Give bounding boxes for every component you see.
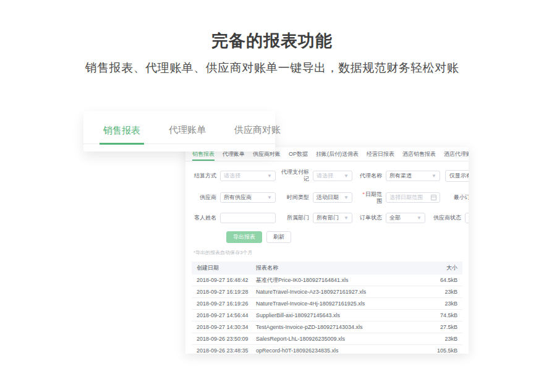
time-type-label: 时间类型 bbox=[281, 194, 309, 201]
cell-created-date: 2018-09-26 23:50:09 bbox=[192, 336, 251, 342]
cell-report-name: NatureTravel-Invoice-Az3-180927161927.xl… bbox=[251, 289, 427, 295]
filter-actions: 导出报表 刷新 bbox=[226, 231, 462, 243]
feature-tabs-card: 销售报表 代理账单 供应商对账 bbox=[83, 111, 275, 151]
chevron-down-icon: ▼ bbox=[431, 173, 436, 179]
cell-report-name: NatureTravel-Invoice-4Hj-180927161925.xl… bbox=[251, 300, 427, 307]
department-value: 所有部门 bbox=[317, 214, 339, 222]
cell-created-date: 2018-09-27 16:19:28 bbox=[192, 289, 251, 295]
table-row: 2018-09-27 14:56:44 SupplierBill-axi-180… bbox=[192, 310, 462, 322]
date-range-placeholder: 选择日期范围 bbox=[389, 194, 423, 202]
only-agents-with-orders-toggle[interactable]: 仅显示有单代理 bbox=[445, 170, 469, 182]
page-title: 完备的报表功能 bbox=[0, 30, 544, 52]
min-order-label: 最小订单 bbox=[445, 194, 469, 201]
cell-report-name: 基准代理Price-IK0-180927164841.xls bbox=[251, 276, 427, 284]
supplier-status-select[interactable]: ▼ bbox=[465, 213, 469, 223]
time-type-select[interactable]: 活动日期 ▼ bbox=[313, 192, 352, 203]
header-created-date: 创建日期 bbox=[192, 264, 251, 272]
filter-row-2: 供应商 所有供应商 ▼ 时间类型 活动日期 ▼ *日期范围 选择日期范围 最小订… bbox=[192, 191, 462, 205]
feature-tab-supplier-reconciliation[interactable]: 供应商对账 bbox=[231, 124, 284, 143]
retention-note: *导出的报表自动保存3个月 bbox=[193, 249, 462, 256]
report-panel: 销售报表 代理账单 供应商对账 OP数据 挂账(后付)送佣表 经营日报表 酒店销… bbox=[185, 147, 469, 354]
table-row: 2018-09-26 23:48:35 opRecord-h0T-1809262… bbox=[192, 345, 462, 354]
header-size: 大小 bbox=[427, 264, 462, 272]
export-report-button[interactable]: 导出报表 bbox=[226, 231, 262, 243]
settlement-select[interactable]: 请选择 ▼ bbox=[220, 171, 276, 181]
feature-tab-agent-bill[interactable]: 代理账单 bbox=[165, 124, 210, 143]
cell-report-name: SalesReport-LhL-180926235009.xls bbox=[251, 336, 427, 342]
date-range-input[interactable]: 选择日期范围 bbox=[386, 192, 440, 203]
calendar-icon bbox=[431, 195, 436, 200]
table-row: 2018-09-27 16:19:28 NatureTravel-Invoice… bbox=[192, 286, 462, 298]
required-asterisk: * bbox=[362, 191, 365, 197]
feature-tab-sales-report[interactable]: 销售报表 bbox=[100, 125, 144, 145]
cell-size: 27.5kB bbox=[427, 324, 462, 330]
supplier-status-label: 供应商状态 bbox=[430, 215, 461, 221]
feature-tab-bar: 销售报表 代理账单 供应商对账 bbox=[83, 111, 275, 144]
supplier-select[interactable]: 所有供应商 ▼ bbox=[220, 192, 276, 203]
table-row: 2018-09-27 14:30:34 TestAgents-Invoice-p… bbox=[192, 322, 462, 333]
order-status-select[interactable]: 全部 ▼ bbox=[386, 213, 425, 223]
cell-created-date: 2018-09-27 16:19:26 bbox=[192, 300, 251, 307]
time-type-value: 活动日期 bbox=[317, 194, 339, 202]
refresh-button[interactable]: 刷新 bbox=[266, 231, 291, 243]
cell-size: 23kB bbox=[427, 300, 462, 307]
table-header-row: 创建日期 报表名称 大小 bbox=[192, 262, 462, 275]
chevron-down-icon: ▼ bbox=[267, 173, 272, 179]
filter-row-3: 客人姓名 所属部门 所有部门 ▼ 订单状态 全部 ▼ 供应商状态 ▼ bbox=[192, 213, 462, 223]
supplier-value: 所有供应商 bbox=[224, 194, 252, 202]
agent-name-label: 代理名称 bbox=[357, 173, 382, 179]
agent-pay-mark-label: 代理支付标记 bbox=[281, 169, 309, 183]
table-row: 2018-09-27 16:19:26 NatureTravel-Invoice… bbox=[192, 298, 462, 310]
cell-size: 23kB bbox=[427, 289, 462, 295]
tab-hotel-agent-bill[interactable]: 酒店代理账单 bbox=[444, 147, 469, 161]
supplier-label: 供应商 bbox=[192, 194, 216, 201]
settlement-placeholder: 请选择 bbox=[224, 172, 240, 180]
date-range-label: *日期范围 bbox=[357, 191, 382, 205]
order-status-value: 全部 bbox=[389, 214, 401, 222]
chevron-down-icon: ▼ bbox=[344, 215, 349, 221]
filter-row-1: 结算方式 请选择 ▼ 代理支付标记 请选择 ▼ 代理名称 所有渠道 ▼ 仅显示有… bbox=[192, 169, 462, 183]
cell-size: 74.5kB bbox=[427, 312, 462, 318]
cell-report-name: SupplierBill-axi-180927145643.xls bbox=[251, 312, 427, 318]
chevron-down-icon: ▼ bbox=[417, 215, 422, 221]
page: 完备的报表功能 销售报表、代理账单、供应商对账单一键导出，数据规范财务轻松对账 … bbox=[0, 0, 544, 392]
cell-size: 105.5kB bbox=[427, 347, 462, 354]
department-label: 所属部门 bbox=[281, 215, 309, 221]
cell-created-date: 2018-09-27 14:30:34 bbox=[192, 324, 251, 330]
agent-pay-mark-select[interactable]: 请选择 ▼ bbox=[313, 171, 352, 181]
filter-form: 结算方式 请选择 ▼ 代理支付标记 请选择 ▼ 代理名称 所有渠道 ▼ 仅显示有… bbox=[185, 161, 469, 256]
chevron-down-icon: ▼ bbox=[267, 195, 272, 200]
order-status-label: 订单状态 bbox=[357, 215, 382, 221]
tab-op-data[interactable]: OP数据 bbox=[289, 147, 308, 161]
agent-name-value: 所有渠道 bbox=[389, 172, 412, 180]
agent-pay-mark-placeholder: 请选择 bbox=[317, 172, 333, 180]
settlement-label: 结算方式 bbox=[192, 173, 216, 179]
guest-name-label: 客人姓名 bbox=[192, 215, 216, 221]
chevron-down-icon: ▼ bbox=[344, 173, 349, 179]
page-subtitle: 销售报表、代理账单、供应商对账单一键导出，数据规范财务轻松对账 bbox=[0, 60, 544, 76]
cell-created-date: 2018-09-27 14:56:44 bbox=[192, 312, 251, 318]
department-select[interactable]: 所有部门 ▼ bbox=[313, 213, 352, 223]
tab-credit-commission[interactable]: 挂账(后付)送佣表 bbox=[316, 147, 359, 161]
cell-size: 64.5kB bbox=[427, 277, 462, 283]
chevron-down-icon: ▼ bbox=[344, 195, 349, 200]
reports-table: 创建日期 报表名称 大小 2018-09-27 16:48:42 基准代理Pri… bbox=[192, 262, 462, 354]
table-row: 2018-09-26 23:50:09 SalesReport-LhL-1809… bbox=[192, 333, 462, 345]
tab-daily-operations[interactable]: 经营日报表 bbox=[367, 147, 394, 161]
cell-created-date: 2018-09-26 23:48:35 bbox=[192, 347, 251, 354]
header-report-name: 报表名称 bbox=[251, 264, 427, 272]
cell-report-name: opRecord-h0T-180926234835.xls bbox=[251, 347, 427, 354]
guest-name-input[interactable] bbox=[220, 213, 276, 223]
tab-hotel-sales-report[interactable]: 酒店销售报表 bbox=[402, 147, 436, 161]
agent-name-select[interactable]: 所有渠道 ▼ bbox=[386, 171, 440, 181]
cell-report-name: TestAgents-Invoice-pZD-180927143034.xls bbox=[251, 324, 427, 330]
table-row: 2018-09-27 16:48:42 基准代理Price-IK0-180927… bbox=[192, 275, 462, 286]
cell-size: 23kB bbox=[427, 336, 462, 342]
cell-created-date: 2018-09-27 16:48:42 bbox=[192, 277, 251, 283]
